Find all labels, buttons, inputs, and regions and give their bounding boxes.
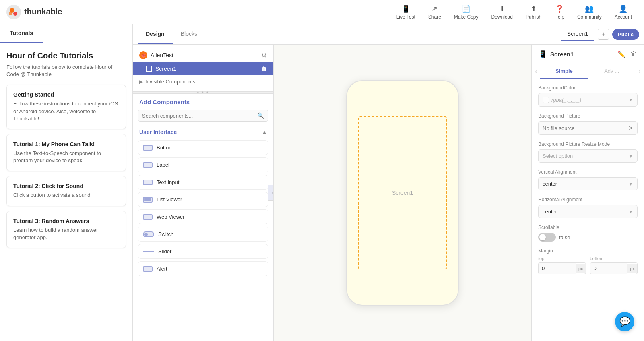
help-nav[interactable]: ❓ Help (549, 2, 570, 22)
scrollable-toggle-row: false (538, 233, 638, 242)
add-components-section: Add Components 🔍 User Interface ▲ Button (133, 94, 273, 341)
edit-icon[interactable]: ✏️ (617, 50, 626, 59)
tutorials-subtitle: Follow the tutorials below to complete H… (6, 64, 126, 78)
tutorial-card-2[interactable]: Tutorial 2: Click for Sound Click a butt… (6, 176, 126, 206)
phone-inner: Screen1 (358, 116, 447, 269)
tutorials-tab-bar: Tutorials (0, 24, 132, 43)
tutorials-panel: Tutorials Hour of Code Tutorials Follow … (0, 24, 133, 341)
background-color-input[interactable]: rgba(_,_,_,_) ▼ (538, 93, 638, 107)
screen-item-name: Screen1 (155, 66, 176, 72)
ui-section-header[interactable]: User Interface ▲ (138, 126, 268, 138)
screen-item[interactable]: Screen1 🗑 (133, 62, 273, 75)
app-name-row: 🐙 AllenTest ⚙ (133, 48, 273, 62)
rgba-value: rgba(_,_,_,_) (551, 97, 581, 103)
props-nav-left-arrow-icon[interactable]: ‹ (533, 66, 539, 77)
delete-screen-icon[interactable]: 🗑 (261, 66, 267, 72)
design-tab[interactable]: Design (138, 24, 173, 44)
tutorial-card-desc-2: Click a button to activate a sound! (13, 192, 119, 199)
community-icon: 👥 (585, 4, 594, 13)
component-item-button-label: Button (157, 145, 172, 151)
invisible-components[interactable]: ▶ Invisible Components (133, 75, 273, 88)
component-item-label[interactable]: Label (138, 157, 268, 172)
margin-top-label: top (538, 256, 586, 261)
file-source-row: ✕ (538, 121, 638, 135)
component-item-button[interactable]: Button (138, 140, 268, 155)
tutorial-card-title-2: Tutorial 2: Click for Sound (13, 183, 119, 189)
toggle-thumb (539, 234, 546, 240)
bg-resize-mode-dropdown[interactable]: Select option ▼ (538, 149, 638, 163)
component-item-switch[interactable]: Switch (138, 227, 268, 242)
alert-component-icon (143, 266, 153, 272)
tutorials-header: Hour of Code Tutorials Follow the tutori… (6, 51, 126, 78)
component-item-slider[interactable]: Slider (138, 244, 268, 259)
publish-nav[interactable]: ⬆ Publish (520, 2, 547, 22)
chat-fab-button[interactable]: 💬 (615, 312, 634, 331)
margin-label: Margin (538, 248, 638, 254)
make-copy-nav[interactable]: 📄 Make Copy (448, 2, 484, 22)
web-viewer-component-icon (143, 214, 153, 220)
margin-top-unit: px (576, 264, 586, 273)
share-nav[interactable]: ↗ Share (423, 2, 447, 22)
rgba-display: rgba(_,_,_,_) (543, 97, 581, 103)
color-swatch (543, 97, 549, 103)
editor-body: 🐙 AllenTest ⚙ Screen1 🗑 (133, 45, 644, 341)
add-screen-button[interactable]: + (598, 29, 609, 40)
tutorial-card-title-0: Getting Started (13, 91, 119, 98)
screen-tabs: Screen1 + (561, 27, 609, 41)
vertical-alignment-dropdown[interactable]: center ▼ (538, 177, 638, 190)
vertical-alignment-label: Vertical Alignment (538, 169, 638, 175)
margin-bottom-input[interactable] (590, 263, 627, 274)
label-component-icon (143, 162, 153, 168)
tutorial-card-0[interactable]: Getting Started Follow these instruction… (6, 85, 126, 129)
app-name-inner: 🐙 AllenTest (139, 51, 173, 59)
collapse-panel-handle[interactable]: ‹ (268, 185, 274, 201)
app-name-text: AllenTest (151, 52, 173, 58)
background-color-group: BackgroundColor rgba(_,_,_,_) ▼ (538, 85, 638, 107)
download-nav[interactable]: ⬇ Download (486, 2, 518, 22)
trash-icon[interactable]: 🗑 (630, 50, 638, 59)
invisible-label: Invisible Components (145, 79, 195, 85)
live-test-nav[interactable]: 📱 Live Test (391, 2, 421, 22)
tutorials-tab[interactable]: Tutorials (0, 24, 43, 43)
thunkable-logo-icon (6, 5, 21, 19)
props-nav-right-arrow-icon[interactable]: › (637, 66, 642, 77)
share-label: Share (428, 14, 441, 20)
scrollable-toggle[interactable] (538, 233, 556, 242)
margin-top-input[interactable] (539, 263, 576, 274)
bg-resize-mode-group: Background Picture Resize Mode Select op… (538, 141, 638, 163)
search-icon: 🔍 (257, 112, 264, 119)
nav-items: 📱 Live Test ↗ Share 📄 Make Copy ⬇ Downlo… (391, 2, 638, 22)
simple-tab[interactable]: Simple (540, 64, 588, 79)
color-chevron-icon: ▼ (628, 97, 633, 103)
component-item-text-input[interactable]: Text Input (138, 175, 268, 190)
community-nav[interactable]: 👥 Community (572, 2, 607, 22)
community-label: Community (577, 14, 602, 20)
blocks-tab[interactable]: Blocks (173, 24, 205, 44)
right-panel-header: 📱 Screen1 ✏️ 🗑 (532, 45, 644, 64)
svg-point-2 (13, 12, 17, 16)
search-components-input[interactable] (142, 113, 255, 119)
tutorials-title: Hour of Code Tutorials (6, 51, 126, 60)
background-picture-group: Background Picture ✕ (538, 113, 638, 135)
account-icon: 👤 (619, 4, 627, 13)
background-color-label: BackgroundColor (538, 85, 638, 91)
screen1-tab[interactable]: Screen1 (561, 27, 594, 41)
component-item-web-viewer[interactable]: Web Viewer (138, 209, 268, 224)
vertical-alignment-chevron-icon: ▼ (628, 181, 633, 187)
account-nav[interactable]: 👤 Account (609, 2, 638, 22)
component-item-alert[interactable]: Alert (138, 261, 268, 276)
settings-gear-icon[interactable]: ⚙ (261, 52, 267, 59)
public-badge[interactable]: Public (612, 29, 639, 40)
file-source-input[interactable] (539, 122, 624, 134)
component-item-list-viewer[interactable]: List Viewer (138, 192, 268, 207)
tutorial-card-1[interactable]: Tutorial 1: My Phone Can Talk! Use the T… (6, 134, 126, 171)
screen-item-icon (146, 66, 152, 72)
slider-component-icon (143, 251, 154, 252)
advanced-tab[interactable]: Adv ... (588, 64, 636, 79)
horizontal-alignment-dropdown[interactable]: center ▼ (538, 205, 638, 218)
tutorial-card-3[interactable]: Tutorial 3: Random Answers Learn how to … (6, 211, 126, 248)
component-item-slider-label: Slider (158, 248, 171, 254)
horizontal-alignment-group: Horizontal Alignment center ▼ (538, 197, 638, 218)
margin-bottom-label: bottom (590, 256, 638, 261)
file-source-clear-icon[interactable]: ✕ (624, 122, 637, 134)
